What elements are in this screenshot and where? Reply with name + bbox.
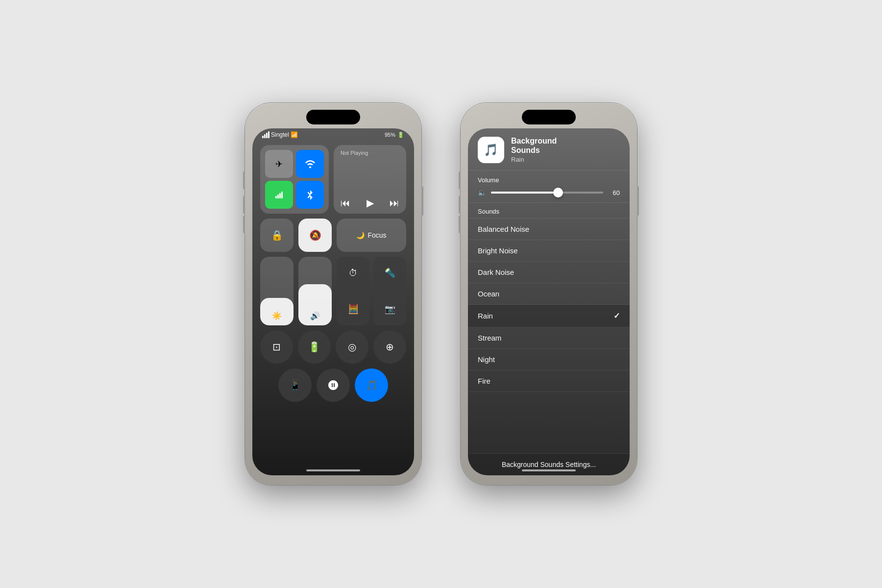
connectivity-block: ✈ <box>260 145 329 214</box>
remote-button[interactable]: 📱 <box>278 368 312 402</box>
sound-name-bright-noise: Bright Noise <box>478 246 518 255</box>
airplane-mode-button[interactable]: ✈ <box>265 150 293 178</box>
bg-sounds-settings-button[interactable]: Background Sounds Settings... <box>468 453 630 475</box>
sound-name-stream: Stream <box>478 334 501 342</box>
status-right: 95% 🔋 <box>385 132 404 138</box>
volume-section-label: Volume <box>478 176 620 184</box>
next-track-button[interactable]: ⏭ <box>390 197 399 209</box>
sounds-list-header: Sounds <box>468 203 630 219</box>
status-bar-1: Singtel 📶 95% 🔋 <box>252 128 414 141</box>
play-pause-button[interactable]: ▶ <box>367 197 374 209</box>
dynamic-island-2 <box>522 110 576 124</box>
sound-item-fire[interactable]: Fire <box>468 370 630 392</box>
sound-item-ocean[interactable]: Ocean <box>468 283 630 305</box>
background-sounds-button[interactable]: 🎵 <box>355 368 388 402</box>
focus-button[interactable]: 🌙 Focus <box>337 219 406 252</box>
calculator-button[interactable]: 🧮 <box>337 293 369 325</box>
sound-item-bright-noise[interactable]: Bright Noise <box>468 240 630 262</box>
now-playing-controls: ⏮ ▶ ⏭ <box>341 197 399 209</box>
voice-memo-button[interactable]: ⊕ <box>373 330 406 364</box>
rain-checkmark: ✓ <box>613 311 620 320</box>
screen-2: 🎵 Background Sounds Rain Volume 🔈 60 So <box>468 128 630 475</box>
sound-item-dark-noise[interactable]: Dark Noise <box>468 262 630 283</box>
sound-name-dark-noise: Dark Noise <box>478 268 514 276</box>
volume-value: 60 <box>608 189 620 196</box>
volume-icon: 🔊 <box>310 311 320 320</box>
carrier-label: Singtel <box>271 131 289 138</box>
camera-button[interactable]: 📷 <box>373 293 406 325</box>
brightness-slider[interactable]: ☀️ <box>260 257 294 325</box>
cc-grid: ✈ <box>252 141 414 406</box>
battery-label: 95% <box>385 132 395 138</box>
phone-1: Singtel 📶 95% 🔋 ✈ <box>245 103 421 485</box>
music-note-icon: 🎵 <box>484 143 498 157</box>
screen-1: Singtel 📶 95% 🔋 ✈ <box>252 128 414 475</box>
cc-row-1: ✈ <box>260 145 406 214</box>
bg-sounds-title-group: Background Sounds Rain <box>511 136 557 163</box>
sound-name-balanced-noise: Balanced Noise <box>478 225 529 233</box>
now-playing-label: Not Playing <box>341 150 399 156</box>
bluetooth-button[interactable] <box>296 181 324 209</box>
screen-mirroring-button[interactable]: ⊡ <box>260 330 293 364</box>
bg-sounds-app-name-2: Sounds <box>511 146 557 155</box>
mute-button[interactable]: 🔕 <box>298 219 332 252</box>
now-playing-block: Not Playing ⏮ ▶ ⏭ <box>334 145 406 214</box>
cc-row-2: 🔒 🔕 🌙 Focus <box>260 219 406 252</box>
volume-low-icon: 🔈 <box>478 189 486 196</box>
orientation-lock-button[interactable]: 🔒 <box>260 219 294 252</box>
volume-slider[interactable]: 🔊 <box>298 257 332 325</box>
battery-status-button[interactable]: 🔋 <box>298 330 331 364</box>
shazam-button[interactable] <box>317 368 350 402</box>
sound-name-fire: Fire <box>478 377 490 385</box>
wifi-icon-status: 📶 <box>291 131 298 138</box>
volume-thumb[interactable] <box>553 188 563 197</box>
sound-name-ocean: Ocean <box>478 290 499 298</box>
bg-sounds-icon: 🎵 <box>478 137 504 163</box>
focus-moon-icon: 🌙 <box>356 231 365 239</box>
sound-name-night: Night <box>478 355 495 364</box>
focus-label: Focus <box>368 231 386 239</box>
volume-fill <box>491 192 558 194</box>
sound-item-night[interactable]: Night <box>468 349 630 370</box>
signal-bars <box>262 131 270 138</box>
sound-item-balanced-noise[interactable]: Balanced Noise <box>468 219 630 240</box>
cc-row-4: ⊡ 🔋 ◎ ⊕ <box>260 330 406 364</box>
quick-actions-grid: ⏱ 🔦 🧮 📷 <box>337 257 406 325</box>
wifi-button[interactable] <box>296 150 324 178</box>
home-indicator-2 <box>522 469 576 471</box>
accessibility-button[interactable]: ◎ <box>336 330 368 364</box>
volume-row: 🔈 60 <box>478 189 620 196</box>
cellular-button[interactable] <box>265 181 293 209</box>
status-left: Singtel 📶 <box>262 131 298 138</box>
phone-2: 🎵 Background Sounds Rain Volume 🔈 60 So <box>461 103 637 485</box>
bg-sounds-current-sound: Rain <box>511 156 557 163</box>
timer-button[interactable]: ⏱ <box>337 257 369 289</box>
dynamic-island-1 <box>306 110 360 124</box>
flashlight-button[interactable]: 🔦 <box>373 257 406 289</box>
bg-sounds-app-name: Background <box>511 136 557 146</box>
prev-track-button[interactable]: ⏮ <box>341 197 350 209</box>
cc-row-3: ☀️ 🔊 ⏱ 🔦 🧮 📷 <box>260 257 406 325</box>
volume-track[interactable] <box>491 192 603 194</box>
battery-icon: 🔋 <box>397 132 404 138</box>
sound-name-rain: Rain <box>478 312 493 320</box>
home-indicator-1 <box>306 469 360 471</box>
cc-row-5: 📱 🎵 <box>260 368 406 402</box>
sound-item-stream[interactable]: Stream <box>468 327 630 349</box>
sound-item-rain[interactable]: Rain ✓ <box>468 305 630 327</box>
sounds-list-section: Sounds Balanced Noise Bright Noise Dark … <box>468 203 630 453</box>
volume-section: Volume 🔈 60 <box>468 171 630 203</box>
brightness-icon: ☀️ <box>272 311 282 320</box>
bg-sounds-header: 🎵 Background Sounds Rain <box>468 128 630 171</box>
